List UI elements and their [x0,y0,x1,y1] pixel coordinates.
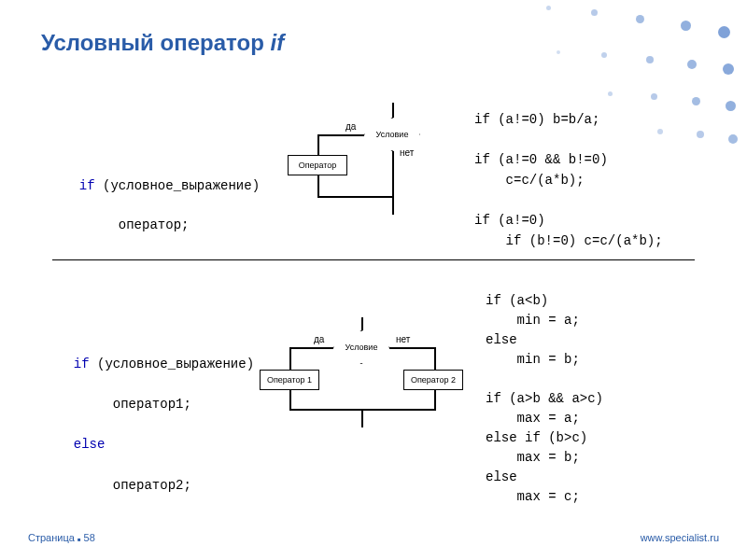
page-number: Страница ■ 58 [28,532,95,543]
kw-if: if [79,178,95,193]
label-no: нет [400,147,414,158]
title-main: Условный оператор [41,30,270,55]
operator-box: Оператор [288,155,347,175]
footer-url: www.specialist.ru [641,532,719,543]
flowchart-if-else: Условие да нет Оператор 1 Оператор 2 [254,317,478,439]
kw-if: if [74,357,90,371]
condition-diamond: Условие [364,118,420,151]
label-yes: да [345,121,356,132]
slide-title: Условный оператор if [41,30,284,56]
code-left-simple-if: if (условное_выражение) оператор; [63,157,260,235]
operator1-box: Оператор 1 [260,370,319,390]
section-divider [52,259,695,260]
code-examples-simple: if (a!=0) b=b/a; if (a!=0 && b!=0) c=c/(… [474,110,663,252]
label-no: нет [396,334,410,344]
flowchart-simple-if: Условие да нет Оператор [271,103,458,224]
operator2-box: Оператор 2 [403,370,463,390]
condition-diamond: Условие [333,330,389,364]
kw-else: else [74,437,106,452]
code-left-if-else: if (условное_выражение) оператор1; else … [58,334,254,497]
label-yes: да [314,334,324,344]
title-if: if [270,30,284,55]
code-examples-if-else: if (a<b) min = a; else min = b; if (a>b … [486,291,603,507]
